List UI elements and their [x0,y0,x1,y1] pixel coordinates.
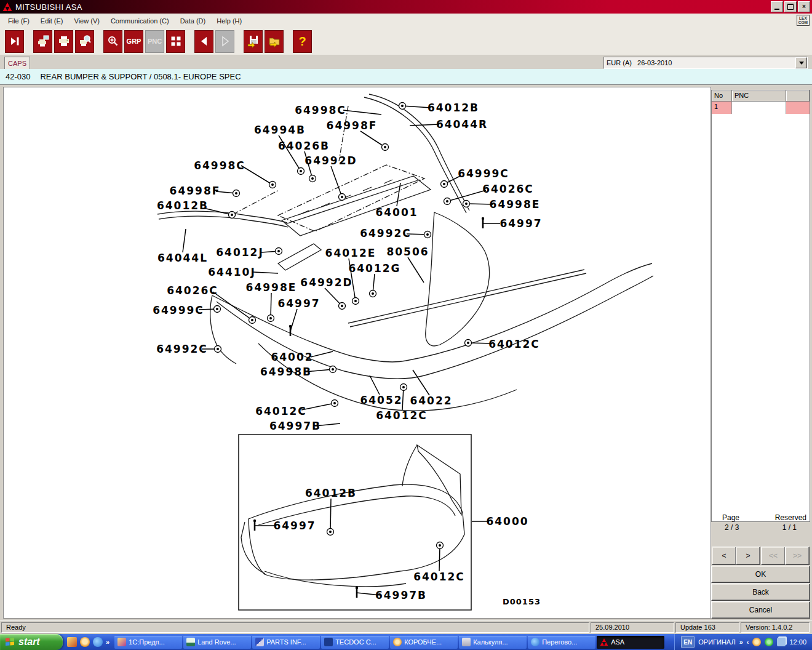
taskbar-buttons: 1С:Предп...Land Rove...PARTS INF...TECDO… [114,636,674,649]
menu-data[interactable]: Data (D) [175,15,212,27]
start-button[interactable]: start [0,634,63,650]
part-label: 64002 [271,351,313,363]
taskbar-button-onec[interactable]: 1С:Предп... [114,636,182,649]
leader-line [370,375,380,395]
part-label: 64999C [153,304,204,316]
fastener-bolt-center [329,531,332,533]
ok-button[interactable]: OK [711,566,810,583]
menu-file[interactable]: File (F) [2,15,35,27]
reserved-value: 1 / 1 [782,523,797,532]
part-label: 64994B [254,124,306,136]
fastener-bolt-center [372,292,374,295]
status-bar: Ready 25.09.2010 Update 163 Version: 1.4… [0,620,812,634]
print-preview-button[interactable] [75,30,94,53]
exit-button[interactable] [5,30,24,53]
fastener-bolt-center [269,317,272,319]
taskbar-button-korobche[interactable]: КОРОБЧЕ... [390,636,458,649]
fastener-bolt-center [341,196,343,198]
table-row[interactable]: 1 [712,102,810,114]
quicklaunch-ie-icon[interactable] [93,637,103,647]
restore-button[interactable] [784,1,797,12]
save-button[interactable] [244,30,263,53]
tray-network-icon[interactable] [777,638,786,646]
parts-icon [255,638,264,646]
print-icon [57,34,71,48]
taskbar-button-label: Перегово... [542,638,577,646]
fastener-bolt-center [311,177,314,180]
taskbar-button-label: 1С:Предп... [129,638,165,646]
grid-view-button[interactable] [166,30,185,53]
hide-icons-arrow[interactable]: ‹ [747,638,749,646]
export-button[interactable] [265,30,284,53]
taskbar-button-ie[interactable]: Перегово... [528,636,595,649]
menu-communication[interactable]: Communication (C) [105,15,175,27]
part-label: 64992C [360,227,412,239]
leader-line [271,293,271,318]
help-button[interactable]: ? [293,30,312,53]
window-title: MITSUBISHI ASA [15,2,82,12]
combo-dropdown-icon[interactable] [795,57,807,68]
lexcom-badge: LEXCOM [797,15,810,26]
section-code: 42-030 [6,72,30,81]
pnc-button: PNC [145,30,164,53]
print-setup-button[interactable] [33,30,52,53]
taskbar-button-label: TECDOC C... [335,638,376,646]
menu-help[interactable]: Help (H) [211,15,247,27]
print-button[interactable] [54,30,73,53]
part-label: 64998E [490,198,541,211]
part-label: 64012B [428,102,479,114]
part-label: 64012C [413,571,465,583]
close-button[interactable]: × [798,1,810,12]
part-label: 64026C [167,284,218,297]
taskbar-button-label: PARTS INF... [266,638,306,646]
part-label: 64044R [436,118,488,130]
page-indicator: Page Reserved 2 / 3 1 / 1 [711,513,810,534]
taskbar-button-asa[interactable]: ASA [597,636,664,649]
back-button[interactable]: Back [711,584,810,601]
menu-view[interactable]: View (V) [69,15,105,27]
tab-row: CAPS EUR (A) 26-03-2010 [0,55,812,70]
quicklaunch-clock-icon[interactable] [80,637,90,647]
fastener-pin-head [253,520,256,522]
quicklaunch-1c-icon[interactable] [67,637,77,647]
part-labels-group: 64998C64012B64998F64044R64994B64026B6499… [153,102,542,601]
menu-edit[interactable]: Edit (E) [35,15,69,27]
row-no: 1 [712,102,732,114]
taskbar-button-label: Land Rove... [197,638,236,646]
part-label: 64998F [170,185,221,197]
language-indicator[interactable]: EN [681,636,695,648]
part-label: 64012J [216,246,263,259]
cancel-button[interactable]: Cancel [711,601,810,619]
tray-clock-icon[interactable] [752,638,761,646]
quicklaunch-overflow-chevron[interactable]: » [106,638,109,646]
part-label: 64012E [325,247,376,259]
reserved-label: Reserved [775,513,806,522]
fastener-bolt-center [251,319,253,321]
fastener-bolt-center [231,214,233,216]
zoom-button[interactable] [103,30,122,53]
part-label: 64000 [486,515,528,528]
market-combo[interactable]: EUR (A) 26-03-2010 [603,57,808,69]
taskbar-button-label: Калькуля... [473,638,507,646]
tray-chevron[interactable]: » [739,638,743,646]
windows-flag-icon [5,637,15,647]
part-label: 64012B [305,487,357,499]
prev-page-button[interactable]: < [712,547,736,565]
part-label: 64022 [410,395,452,407]
tab-caps[interactable]: CAPS [4,57,30,70]
export-folder-icon [268,34,281,48]
taskbar-button-calc[interactable]: Калькуля... [459,636,527,649]
next-page-button[interactable]: > [736,547,760,565]
taskbar-button-parts[interactable]: PARTS INF... [252,636,320,649]
leader-line [241,166,273,185]
part-label: 64012G [348,262,400,275]
leader-line [343,110,381,114]
leader-line [331,166,342,197]
grp-button[interactable]: GRP [124,30,143,53]
leader-line [311,351,333,357]
taskbar-button-landrover[interactable]: Land Rove... [183,636,251,649]
taskbar-button-tecdoc[interactable]: TECDOC C... [321,636,389,649]
tray-status-icon[interactable] [765,638,773,646]
back-button[interactable] [194,30,213,53]
minimize-button[interactable] [771,1,783,12]
